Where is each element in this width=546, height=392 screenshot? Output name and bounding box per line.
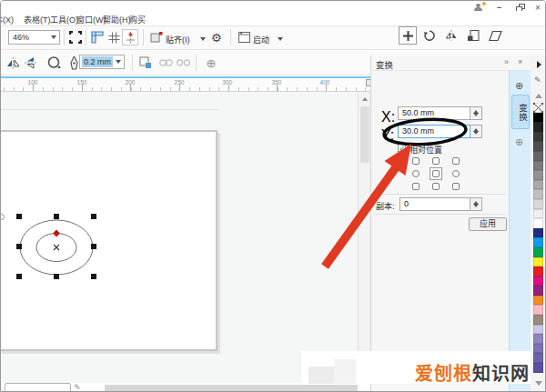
chevron-down-icon[interactable] <box>278 37 283 41</box>
horizontal-scrollbar[interactable] <box>105 385 358 392</box>
color-swatch[interactable] <box>533 151 543 161</box>
palette-scroll-up-icon[interactable] <box>535 94 542 98</box>
color-swatch[interactable] <box>533 180 543 190</box>
options-gear-icon[interactable]: ⚙ <box>211 31 222 45</box>
color-swatch[interactable] <box>533 189 543 199</box>
color-swatch[interactable] <box>533 218 543 228</box>
drawing-canvas[interactable] <box>1 92 358 383</box>
color-swatch[interactable] <box>533 296 543 306</box>
y-spinner[interactable] <box>470 125 482 138</box>
selection-handle[interactable] <box>91 214 96 219</box>
anchor-bottom-left[interactable] <box>412 183 420 190</box>
horizontal-ruler[interactable]: 100150200250300350400 <box>1 76 374 92</box>
selection-handle[interactable] <box>16 274 22 279</box>
x-position-input[interactable]: 50.0 mm <box>398 106 470 120</box>
anchor-middle-left[interactable] <box>412 170 420 177</box>
vertical-scrollbar[interactable] <box>358 92 370 383</box>
anchor-top-right[interactable] <box>452 157 460 165</box>
zoom-level-combo[interactable]: 46% <box>8 30 60 45</box>
docker-expand-icon[interactable]: » <box>504 57 509 66</box>
color-swatch[interactable] <box>533 266 543 276</box>
transform-skew-tab[interactable] <box>486 26 504 45</box>
color-swatch[interactable] <box>533 161 543 171</box>
guidelines-toggle-icon[interactable] <box>122 29 138 45</box>
snap-options-icon[interactable] <box>148 29 165 45</box>
color-swatch[interactable] <box>533 237 543 247</box>
color-swatch[interactable] <box>533 325 543 335</box>
color-swatch[interactable] <box>533 305 543 315</box>
menu-item-tools[interactable]: 工具(O) <box>50 14 78 25</box>
color-swatch[interactable] <box>533 132 543 142</box>
color-swatch[interactable] <box>533 228 543 238</box>
mirror-vertical-icon[interactable] <box>23 55 39 71</box>
selection-handle[interactable] <box>16 214 22 219</box>
anchor-top-left[interactable] <box>412 157 420 165</box>
chevron-down-icon[interactable] <box>200 37 206 41</box>
transform-position-tab[interactable] <box>399 26 417 45</box>
color-swatch[interactable] <box>533 247 543 257</box>
anchor-middle-right[interactable] <box>452 170 460 177</box>
color-swatch[interactable] <box>533 141 543 151</box>
docker-close-icon[interactable]: × <box>518 57 522 66</box>
color-swatch[interactable] <box>533 363 543 373</box>
apply-button[interactable]: 应用 <box>469 217 507 231</box>
add-preset-icon[interactable]: ⊕ <box>203 55 219 71</box>
grid-toggle-icon[interactable] <box>106 29 122 45</box>
anchor-center[interactable] <box>432 170 440 177</box>
color-swatch[interactable] <box>533 276 543 286</box>
palette-edit-icon[interactable]: ✎ <box>534 75 541 85</box>
selection-handle[interactable] <box>54 274 59 279</box>
color-swatch[interactable] <box>533 257 543 267</box>
relative-position-checkbox[interactable]: ✓ <box>398 144 406 152</box>
color-swatch[interactable] <box>533 286 543 296</box>
anchor-top-center[interactable] <box>432 157 440 165</box>
chevron-down-icon[interactable] <box>116 60 121 64</box>
selection-handle[interactable] <box>91 274 96 279</box>
selection-handle[interactable] <box>91 244 96 249</box>
transform-rotate-tab[interactable] <box>420 26 439 45</box>
color-swatch[interactable] <box>533 353 543 363</box>
menu-item-buy[interactable]: 购买 <box>129 14 146 25</box>
x-spinner[interactable] <box>470 106 482 120</box>
docker-new-icon[interactable]: ⊕ <box>515 80 523 92</box>
menu-item-window[interactable]: 窗口(W) <box>76 14 106 25</box>
fullscreen-preview-icon[interactable] <box>67 29 84 45</box>
copies-input[interactable]: 0 <box>399 197 470 211</box>
unlink-icon[interactable] <box>175 55 191 71</box>
color-swatch[interactable] <box>533 122 543 132</box>
anchor-bottom-center[interactable] <box>432 183 440 190</box>
link-icon[interactable] <box>157 55 174 71</box>
wrap-text-icon[interactable] <box>137 55 154 71</box>
welcome-screen-icon[interactable] <box>236 29 252 45</box>
menu-item-table[interactable]: 表格(T) <box>24 14 51 25</box>
menu-item-help[interactable]: 帮助(H) <box>103 14 131 25</box>
launch-dropdown[interactable]: 启动 <box>253 34 269 45</box>
copies-spinner[interactable] <box>470 197 482 211</box>
snap-to-dropdown[interactable]: 贴齐(I) <box>166 34 190 45</box>
selection-handle[interactable] <box>16 244 22 249</box>
add-docker-icon[interactable]: ⊕ <box>515 136 523 148</box>
palette-scroll-down-icon[interactable] <box>535 381 542 386</box>
color-swatch[interactable] <box>533 334 543 344</box>
ellipse-properties-icon[interactable] <box>46 55 63 71</box>
color-swatch[interactable] <box>533 344 543 354</box>
no-color-swatch[interactable] <box>533 103 543 113</box>
color-swatch[interactable] <box>533 315 543 325</box>
transform-scale-mirror-tab[interactable] <box>442 26 460 45</box>
docker-tab-transform[interactable]: 变换 <box>511 95 530 129</box>
outline-width-combo[interactable]: 0.2 mm <box>79 55 125 69</box>
color-swatch[interactable] <box>533 113 543 123</box>
menu-item-text[interactable]: 本(X) <box>0 14 14 25</box>
selection-handle[interactable] <box>54 214 59 219</box>
color-swatch[interactable] <box>533 199 543 209</box>
mirror-horizontal-icon[interactable] <box>5 55 21 71</box>
palette-flyout-icon[interactable] <box>537 61 541 68</box>
anchor-bottom-right[interactable] <box>452 183 460 190</box>
chevron-down-icon[interactable] <box>51 35 56 39</box>
page-navigator-box[interactable] <box>5 383 71 392</box>
y-position-input[interactable]: 30.0 mm <box>398 125 470 138</box>
rulers-toggle-icon[interactable] <box>89 29 106 45</box>
transform-size-tab[interactable] <box>464 26 482 45</box>
color-swatch[interactable] <box>533 209 543 219</box>
vertical-scroll-thumb[interactable] <box>360 106 369 163</box>
